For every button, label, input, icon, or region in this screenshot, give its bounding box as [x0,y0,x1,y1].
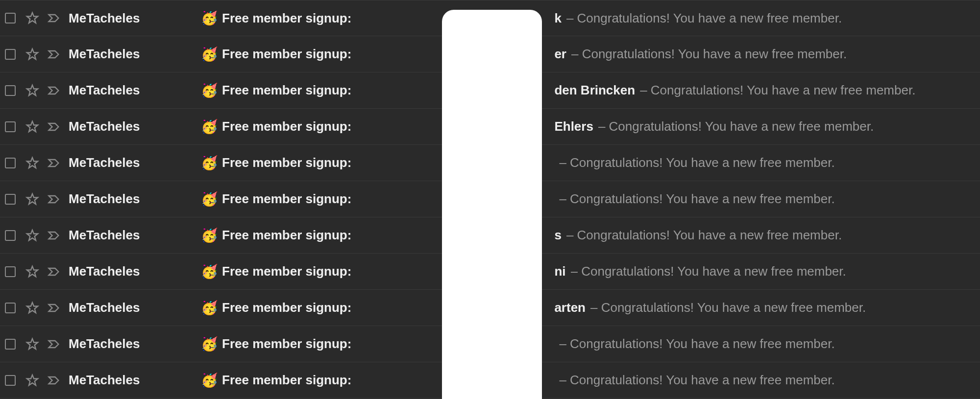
subject-line: 🥳Free member signup:Ehlers – Congratulat… [201,119,980,134]
svg-marker-2 [27,85,38,95]
important-icon[interactable] [47,337,61,351]
preview-text: – Congratulations! You have a new free m… [598,119,874,134]
sender-name: MeTacheles [69,228,201,243]
subject-prefix: Free member signup: [222,119,351,134]
star-icon[interactable] [25,192,39,206]
star-icon[interactable] [25,120,39,134]
subject-name-fragment: arten [554,300,586,315]
party-emoji-icon: 🥳 [201,156,218,170]
party-emoji-icon: 🥳 [201,84,218,97]
sender-name: MeTacheles [69,373,201,388]
subject-prefix: Free member signup: [222,83,351,98]
star-icon[interactable] [25,374,39,387]
party-emoji-icon: 🥳 [201,265,218,279]
preview-text: – Congratulations! You have a new free m… [571,264,846,279]
select-checkbox[interactable] [5,85,16,96]
important-icon[interactable] [47,301,61,315]
star-icon[interactable] [25,47,39,61]
select-checkbox[interactable] [5,303,16,313]
svg-marker-4 [27,157,38,167]
star-icon[interactable] [25,84,39,97]
select-checkbox[interactable] [5,339,16,350]
select-checkbox[interactable] [5,121,16,132]
subject-prefix: Free member signup: [222,11,351,26]
star-icon[interactable] [25,156,39,170]
preview-text: – Congratulations! You have a new free m… [559,191,834,207]
svg-marker-1 [27,48,38,59]
important-icon[interactable] [47,229,61,242]
select-checkbox[interactable] [5,158,16,168]
important-icon[interactable] [47,156,61,170]
important-icon[interactable] [47,374,61,387]
subject-prefix: Free member signup: [222,47,351,62]
subject-line: 🥳Free member signup: – Congratulations! … [201,373,980,388]
subject-line: 🥳Free member signup:arten – Congratulati… [201,300,980,315]
star-icon[interactable] [25,265,39,279]
subject-line: 🥳Free member signup: – Congratulations! … [201,336,980,352]
preview-text: – Congratulations! You have a new free m… [566,11,842,26]
star-icon[interactable] [25,11,39,25]
select-checkbox[interactable] [5,230,16,241]
important-icon[interactable] [47,84,61,97]
sender-name: MeTacheles [69,300,201,315]
sender-name: MeTacheles [69,155,201,170]
sender-name: MeTacheles [69,336,201,352]
subject-prefix: Free member signup: [222,373,351,388]
subject-line: 🥳Free member signup: – Congratulations! … [201,191,980,207]
subject-line: 🥳Free member signup:den Brincken – Congr… [201,83,980,98]
select-checkbox[interactable] [5,266,16,277]
sender-name: MeTacheles [69,83,201,98]
subject-prefix: Free member signup: [222,228,351,243]
subject-name-fragment: er [554,47,566,62]
subject-line: 🥳Free member signup:k – Congratulations!… [201,11,980,26]
subject-name-fragment: Ehlers [554,119,593,134]
important-icon[interactable] [47,120,61,134]
select-checkbox[interactable] [5,13,16,23]
party-emoji-icon: 🥳 [201,11,218,25]
party-emoji-icon: 🥳 [201,192,218,206]
subject-line: 🥳Free member signup:s – Congratulations!… [201,228,980,243]
preview-text: – Congratulations! You have a new free m… [559,155,834,170]
subject-line: 🥳Free member signup:er – Congratulations… [201,47,980,62]
subject-name-fragment: den Brincken [554,83,635,98]
subject-prefix: Free member signup: [222,300,351,315]
svg-marker-8 [27,302,38,312]
subject-prefix: Free member signup: [222,191,351,207]
subject-name-fragment: ni [554,264,565,279]
preview-text: – Congratulations! You have a new free m… [566,228,842,243]
important-icon[interactable] [47,265,61,279]
subject-prefix: Free member signup: [222,264,351,279]
important-icon[interactable] [47,192,61,206]
preview-text: – Congratulations! You have a new free m… [559,336,834,352]
star-icon[interactable] [25,301,39,315]
select-checkbox[interactable] [5,375,16,386]
preview-text: – Congratulations! You have a new free m… [571,47,847,62]
subject-prefix: Free member signup: [222,336,351,352]
party-emoji-icon: 🥳 [201,47,218,61]
sender-name: MeTacheles [69,119,201,134]
important-icon[interactable] [47,47,61,61]
subject-line: 🥳Free member signup:ni – Congratulations… [201,264,980,279]
svg-marker-9 [27,338,38,349]
party-emoji-icon: 🥳 [201,337,218,351]
subject-line: 🥳Free member signup: – Congratulations! … [201,155,980,170]
preview-text: – Congratulations! You have a new free m… [640,83,915,98]
select-checkbox[interactable] [5,49,16,60]
preview-text: – Congratulations! You have a new free m… [559,373,834,388]
svg-marker-0 [27,13,38,23]
subject-prefix: Free member signup: [222,155,351,170]
select-checkbox[interactable] [5,194,16,205]
svg-marker-3 [27,121,38,131]
important-icon[interactable] [47,11,61,25]
party-emoji-icon: 🥳 [201,301,218,315]
star-icon[interactable] [25,229,39,242]
star-icon[interactable] [25,337,39,351]
redaction-overlay [442,10,542,399]
party-emoji-icon: 🥳 [201,229,218,242]
party-emoji-icon: 🥳 [201,120,218,134]
sender-name: MeTacheles [69,191,201,207]
sender-name: MeTacheles [69,47,201,62]
subject-name-fragment: k [554,11,561,26]
svg-marker-5 [27,193,38,204]
preview-text: – Congratulations! You have a new free m… [590,300,866,315]
